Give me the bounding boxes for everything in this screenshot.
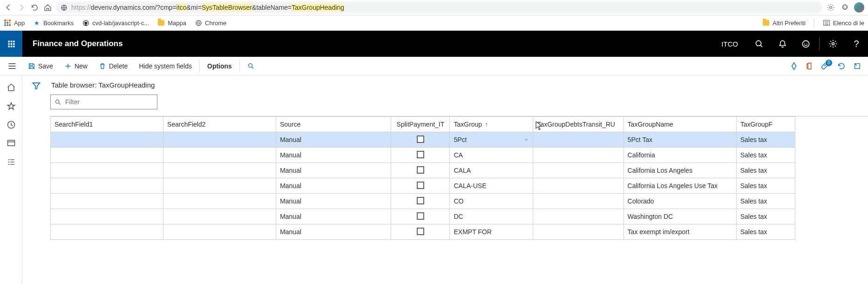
cell[interactable]: Sales tax (736, 178, 795, 194)
cell[interactable] (391, 224, 450, 240)
modules-icon[interactable] (7, 157, 16, 167)
cell[interactable] (163, 132, 276, 148)
cell[interactable] (163, 163, 276, 178)
cell[interactable]: CA (450, 148, 533, 163)
cell[interactable] (163, 148, 276, 163)
company-label[interactable]: ITCO (712, 40, 747, 48)
cell[interactable]: Manual (276, 194, 391, 209)
chevron-down-icon[interactable] (523, 137, 529, 142)
cell[interactable]: Colorado (624, 194, 736, 209)
power-apps-icon[interactable] (789, 61, 799, 71)
cell[interactable] (391, 194, 450, 209)
cell[interactable] (51, 194, 163, 209)
home-icon[interactable] (7, 83, 16, 92)
cell[interactable] (533, 224, 624, 240)
help-icon[interactable]: ? (845, 31, 868, 57)
reload-icon[interactable] (30, 3, 39, 12)
cell[interactable]: Washington DC (624, 209, 736, 224)
settings-gear-icon[interactable] (826, 3, 835, 12)
cell[interactable] (391, 148, 450, 163)
site-info-icon[interactable] (61, 4, 68, 11)
cell[interactable]: Manual (276, 148, 391, 163)
table-row[interactable]: ManualEXMPT FORTax exempt im/exportSales… (51, 224, 795, 240)
cell[interactable] (391, 163, 450, 178)
hide-fields-button[interactable]: Hide system fields (133, 57, 197, 75)
cell[interactable] (51, 163, 163, 178)
checkbox[interactable] (417, 212, 424, 220)
options-button[interactable]: Options (202, 57, 237, 75)
cell[interactable]: 5Pct (450, 132, 533, 148)
office-icon[interactable] (805, 61, 815, 71)
reading-list[interactable]: Elenco di le (823, 19, 864, 27)
bookmark-bookmarks[interactable]: ★ Bookmarks (33, 19, 74, 27)
cell[interactable]: Sales tax (736, 194, 795, 209)
cell[interactable] (533, 132, 624, 148)
forward-icon[interactable] (17, 3, 26, 12)
page-search-button[interactable] (242, 57, 260, 75)
cell[interactable]: California Los Angeles (624, 163, 736, 178)
col-taxgroupname[interactable]: TaxGroupName (624, 117, 736, 132)
cell[interactable] (163, 194, 276, 209)
cell[interactable]: Manual (276, 209, 391, 224)
cell[interactable]: Sales tax (736, 209, 795, 224)
bookmark-chrome[interactable]: Chrome (195, 19, 226, 27)
cell[interactable] (163, 209, 276, 224)
bookmark-cvd[interactable]: cvd-lab/javascript-c... (82, 19, 149, 27)
profile-avatar[interactable] (854, 2, 864, 13)
cell[interactable]: Tax exempt im/export (624, 224, 736, 240)
delete-button[interactable]: Delete (93, 57, 133, 75)
cell[interactable]: Sales tax (736, 224, 795, 240)
filter-pane-toggle[interactable] (32, 81, 41, 284)
table-row[interactable]: ManualDCWashington DCSales tax (51, 209, 795, 224)
cell[interactable] (163, 224, 276, 240)
cell[interactable]: California Los Angeles Use Tax (624, 178, 736, 194)
table-row[interactable]: Manual5Pct5Pct TaxSales tax (51, 132, 795, 148)
cell[interactable]: Sales tax (736, 163, 795, 178)
quick-filter-input[interactable] (65, 98, 153, 106)
cell[interactable]: Manual (276, 224, 391, 240)
cell[interactable] (533, 194, 624, 209)
cell[interactable]: 5Pct Tax (624, 132, 736, 148)
app-launcher[interactable] (0, 31, 22, 57)
favorites-icon[interactable] (7, 101, 16, 111)
bookmark-mappa[interactable]: Mappa (157, 19, 186, 27)
gear-icon[interactable] (821, 31, 845, 57)
col-taxgroup[interactable]: TaxGroup↑ (450, 117, 533, 132)
extensions-icon[interactable] (840, 3, 849, 12)
cell[interactable]: Manual (276, 163, 391, 178)
col-taxgroupf[interactable]: TaxGroupF (736, 117, 795, 132)
col-debtstransit[interactable]: TaxGroupDebtsTransit_RU (533, 117, 624, 132)
cell[interactable] (51, 224, 163, 240)
checkbox[interactable] (417, 151, 424, 158)
checkbox[interactable] (417, 166, 424, 174)
popout-icon[interactable] (852, 61, 862, 71)
cell[interactable]: Manual (276, 132, 391, 148)
col-source[interactable]: Source (276, 117, 391, 132)
cell[interactable] (391, 178, 450, 194)
quick-filter[interactable] (50, 95, 157, 109)
col-searchfield1[interactable]: SearchField1 (51, 117, 163, 132)
table-row[interactable]: ManualCALA-USECalifornia Los Angeles Use… (51, 178, 795, 194)
table-row[interactable]: ManualCACaliforniaSales tax (51, 148, 795, 163)
cell[interactable] (163, 178, 276, 194)
checkbox[interactable] (417, 182, 424, 189)
recent-icon[interactable] (7, 120, 16, 129)
cell[interactable] (533, 178, 624, 194)
cell[interactable]: California (624, 148, 736, 163)
other-bookmarks[interactable]: Altri Preferiti (762, 19, 806, 27)
cell[interactable] (533, 148, 624, 163)
new-button[interactable]: New (59, 57, 93, 75)
checkbox[interactable] (417, 228, 424, 235)
cell[interactable]: Sales tax (736, 132, 795, 148)
cell[interactable]: DC (450, 209, 533, 224)
cell[interactable]: Manual (276, 178, 391, 194)
col-splitpayment[interactable]: SplitPayment_IT (391, 117, 450, 132)
cell[interactable] (533, 209, 624, 224)
cell[interactable]: CO (450, 194, 533, 209)
save-button[interactable]: Save (22, 57, 59, 75)
table-row[interactable]: ManualCOColoradoSales tax (51, 194, 795, 209)
cell[interactable] (391, 132, 450, 148)
cell[interactable]: CALA-USE (450, 178, 533, 194)
cell[interactable]: CALA (450, 163, 533, 178)
checkbox[interactable] (417, 135, 424, 143)
